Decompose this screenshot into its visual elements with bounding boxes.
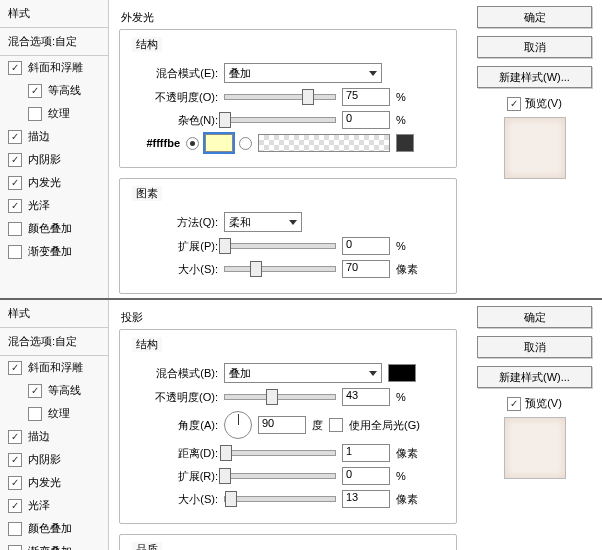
spread-label: 扩展(R):	[130, 469, 218, 484]
outer-glow-panel: 外发光 结构 混合模式(E): 叠加 不透明度(O): 75 % 杂色(N): …	[109, 0, 467, 298]
preview-label: 预览(V)	[525, 96, 562, 111]
opacity-slider[interactable]	[224, 94, 336, 100]
style-item[interactable]: 颜色叠加	[0, 217, 108, 240]
method-select[interactable]: 柔和	[224, 212, 302, 232]
style-header: 样式	[0, 0, 108, 28]
style-checkbox[interactable]	[8, 430, 22, 444]
gradient-dropdown-icon[interactable]	[396, 134, 414, 152]
style-label: 颜色叠加	[28, 521, 72, 536]
cancel-button[interactable]: 取消	[477, 336, 592, 358]
style-checkbox[interactable]	[8, 545, 22, 551]
preview-checkbox[interactable]	[507, 97, 521, 111]
style-label: 纹理	[48, 406, 70, 421]
noise-slider[interactable]	[224, 117, 336, 123]
opacity-slider[interactable]	[224, 394, 336, 400]
noise-unit: %	[396, 114, 426, 126]
style-item[interactable]: 纹理	[0, 402, 108, 425]
size-input[interactable]: 70	[342, 260, 390, 278]
style-item[interactable]: 描边	[0, 125, 108, 148]
style-checkbox[interactable]	[28, 84, 42, 98]
style-item[interactable]: 颜色叠加	[0, 517, 108, 540]
style-item[interactable]: 等高线	[0, 79, 108, 102]
structure-label: 结构	[132, 337, 162, 352]
style-label: 等高线	[48, 83, 81, 98]
color-radio[interactable]	[186, 137, 199, 150]
style-item[interactable]: 渐变叠加	[0, 540, 108, 550]
noise-input[interactable]: 0	[342, 111, 390, 129]
opacity-label: 不透明度(O):	[130, 390, 218, 405]
preview-thumbnail	[504, 417, 566, 479]
style-item[interactable]: 纹理	[0, 102, 108, 125]
style-item[interactable]: 光泽	[0, 194, 108, 217]
style-item[interactable]: 渐变叠加	[0, 240, 108, 263]
angle-dial[interactable]	[224, 411, 252, 439]
style-item[interactable]: 斜面和浮雕	[0, 356, 108, 379]
spread-unit: %	[396, 470, 426, 482]
new-style-button[interactable]: 新建样式(W)...	[477, 66, 592, 88]
spread-slider[interactable]	[224, 473, 336, 479]
style-item[interactable]: 光泽	[0, 494, 108, 517]
style-checkbox[interactable]	[8, 499, 22, 513]
style-checkbox[interactable]	[8, 361, 22, 375]
style-item[interactable]: 内发光	[0, 171, 108, 194]
style-checkbox[interactable]	[8, 130, 22, 144]
spread-label: 扩展(P):	[130, 239, 218, 254]
style-label: 纹理	[48, 106, 70, 121]
size-unit: 像素	[396, 262, 426, 277]
style-checkbox[interactable]	[8, 153, 22, 167]
style-checkbox[interactable]	[8, 176, 22, 190]
style-label: 斜面和浮雕	[28, 60, 83, 75]
style-label: 渐变叠加	[28, 544, 72, 550]
opacity-input[interactable]: 43	[342, 388, 390, 406]
style-item[interactable]: 内发光	[0, 471, 108, 494]
style-checkbox[interactable]	[8, 245, 22, 259]
spread-input[interactable]: 0	[342, 467, 390, 485]
style-checkbox[interactable]	[8, 476, 22, 490]
blending-options[interactable]: 混合选项:自定	[0, 28, 108, 56]
style-label: 颜色叠加	[28, 221, 72, 236]
style-items: 斜面和浮雕等高线纹理描边内阴影内发光光泽颜色叠加渐变叠加图案叠加外发光	[0, 356, 108, 550]
distance-slider[interactable]	[224, 450, 336, 456]
style-item[interactable]: 斜面和浮雕	[0, 56, 108, 79]
noise-label: 杂色(N):	[130, 113, 218, 128]
blend-mode-select[interactable]: 叠加	[224, 363, 382, 383]
style-checkbox[interactable]	[8, 222, 22, 236]
style-item[interactable]: 内阴影	[0, 448, 108, 471]
cancel-button[interactable]: 取消	[477, 36, 592, 58]
style-checkbox[interactable]	[28, 384, 42, 398]
blend-mode-select[interactable]: 叠加	[224, 63, 382, 83]
style-checkbox[interactable]	[8, 522, 22, 536]
style-item[interactable]: 等高线	[0, 379, 108, 402]
opacity-input[interactable]: 75	[342, 88, 390, 106]
blending-options[interactable]: 混合选项:自定	[0, 328, 108, 356]
style-item[interactable]: 内阴影	[0, 148, 108, 171]
color-hex-label: #ffffbe	[130, 137, 180, 149]
size-input[interactable]: 13	[342, 490, 390, 508]
style-checkbox[interactable]	[28, 407, 42, 421]
preview-checkbox[interactable]	[507, 397, 521, 411]
spread-slider[interactable]	[224, 243, 336, 249]
size-slider[interactable]	[224, 496, 336, 502]
style-item[interactable]: 描边	[0, 425, 108, 448]
ok-button[interactable]: 确定	[477, 6, 592, 28]
gradient-picker[interactable]	[258, 134, 390, 152]
spread-input[interactable]: 0	[342, 237, 390, 255]
style-label: 斜面和浮雕	[28, 360, 83, 375]
distance-input[interactable]: 1	[342, 444, 390, 462]
global-light-checkbox[interactable]	[329, 418, 343, 432]
size-slider[interactable]	[224, 266, 336, 272]
angle-label: 角度(A):	[130, 418, 218, 433]
style-checkbox[interactable]	[28, 107, 42, 121]
style-label: 内阴影	[28, 152, 61, 167]
style-items: 斜面和浮雕等高线纹理描边内阴影内发光光泽颜色叠加渐变叠加	[0, 56, 108, 263]
shadow-color-swatch[interactable]	[388, 364, 416, 382]
new-style-button[interactable]: 新建样式(W)...	[477, 366, 592, 388]
color-swatch[interactable]	[205, 134, 233, 152]
gradient-radio[interactable]	[239, 137, 252, 150]
style-checkbox[interactable]	[8, 61, 22, 75]
ok-button[interactable]: 确定	[477, 306, 592, 328]
angle-input[interactable]: 90	[258, 416, 306, 434]
style-checkbox[interactable]	[8, 453, 22, 467]
style-checkbox[interactable]	[8, 199, 22, 213]
spread-unit: %	[396, 240, 426, 252]
